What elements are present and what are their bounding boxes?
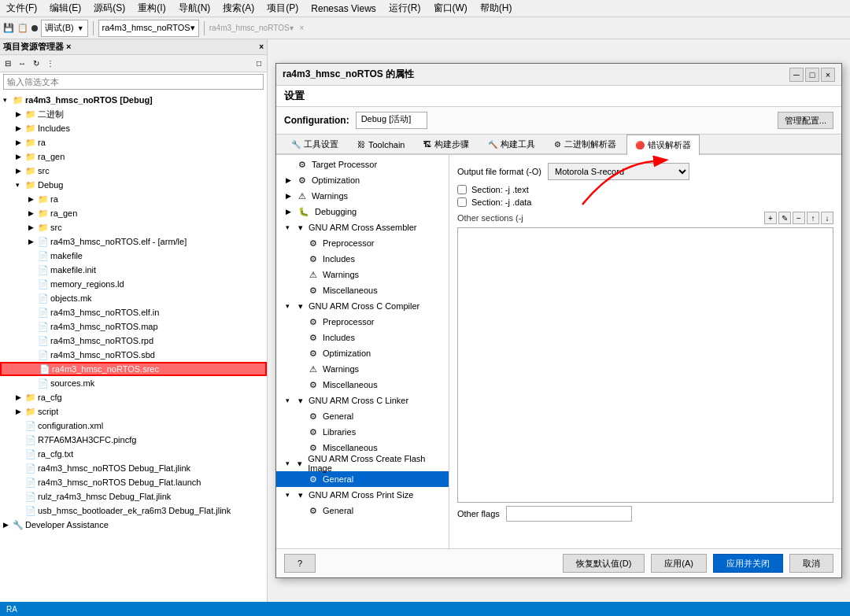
settings-item-6[interactable]: ⚙Includes — [276, 251, 449, 267]
link-editor-btn[interactable]: ↔ — [16, 57, 28, 70]
section-data-checkbox[interactable] — [457, 197, 467, 207]
config-dropdown[interactable]: Debug [活动] — [356, 112, 428, 129]
settings-item-5[interactable]: ⚙Preprocessor — [276, 235, 449, 251]
help-btn[interactable]: ? — [284, 554, 316, 573]
other-sections-delete[interactable]: − — [793, 212, 805, 224]
settings-item-17[interactable]: ⚙Libraries — [276, 424, 449, 440]
settings-item-19[interactable]: ▾▾GNU ARM Cross Create Flash Image — [276, 456, 449, 471]
tree-item-23[interactable]: 📄configuration.xml — [0, 419, 267, 433]
menu-edit[interactable]: 编辑(E) — [46, 2, 84, 15]
settings-item-2[interactable]: ▶⚠Warnings — [276, 188, 449, 204]
menu-nav[interactable]: 导航(N) — [176, 2, 214, 15]
settings-item-21[interactable]: ▾▾GNU ARM Cross Print Size — [276, 487, 449, 503]
tree-item-27[interactable]: 📄ra4m3_hmsc_noRTOS Debug_Flat.launch — [0, 475, 267, 489]
panel-close-btn[interactable]: □ — [253, 57, 265, 70]
dialog-close[interactable]: × — [821, 68, 835, 82]
tree-item-25[interactable]: 📄ra_cfg.txt — [0, 447, 267, 461]
tree-item-8[interactable]: ▶📁ra_gen — [0, 206, 267, 220]
dialog-tab-4[interactable]: ⚙二进制解析器 — [545, 135, 625, 153]
tree-item-11[interactable]: 📄makefile — [0, 249, 267, 263]
tree-item-30[interactable]: ▶🔧Developer Assistance — [0, 518, 267, 532]
tree-item-21[interactable]: ▶📁ra_cfg — [0, 390, 267, 404]
dialog-tab-1[interactable]: ⛓Toolchain — [349, 135, 413, 153]
dialog-minimize[interactable]: ─ — [789, 68, 804, 82]
settings-item-20[interactable]: ⚙General — [276, 471, 449, 487]
tree-item-29[interactable]: 📄usb_hmsc_bootloader_ek_ra6m3 Debug_Flat… — [0, 503, 267, 518]
settings-item-11[interactable]: ⚙Includes — [276, 330, 449, 345]
menu-window[interactable]: 窗口(W) — [431, 2, 471, 15]
settings-item-0[interactable]: ⚙Target Processor — [276, 157, 449, 172]
settings-item-22[interactable]: ⚙General — [276, 503, 449, 518]
dialog-tab-5[interactable]: 🔴错误解析器 — [626, 135, 700, 155]
section-text-checkbox[interactable] — [457, 185, 467, 194]
settings-item-10[interactable]: ⚙Preprocessor — [276, 314, 449, 330]
filter-input[interactable] — [3, 74, 264, 90]
tree-item-13[interactable]: 📄memory_regions.ld — [0, 277, 267, 291]
settings-item-12[interactable]: ⚙Optimization — [276, 345, 449, 361]
tree-item-26[interactable]: 📄ra4m3_hmsc_noRTOS Debug_Flat.jlink — [0, 461, 267, 475]
debug-dropdown[interactable]: 调试(B) ▼ — [41, 20, 88, 37]
settings-item-1[interactable]: ▶⚙Optimization — [276, 172, 449, 188]
tree-item-10[interactable]: ▶📄ra4m3_hmsc_noRTOS.elf - [arm/le] — [0, 234, 267, 249]
other-sections-up[interactable]: ↑ — [807, 212, 819, 224]
tree-item-0[interactable]: ▾📁ra4m3_hmsc_noRTOS [Debug] — [0, 93, 267, 107]
tree-item-22[interactable]: ▶📁script — [0, 404, 267, 419]
tab-project[interactable]: ra4m3_hmsc_noRTOS▾ — [209, 24, 294, 32]
menu-source[interactable]: 源码(S) — [91, 2, 128, 15]
tree-item-2[interactable]: ▶📁Includes — [0, 121, 267, 135]
tree-item-9[interactable]: ▶📁src — [0, 220, 267, 234]
panel-menu-btn[interactable]: ⋮ — [44, 57, 57, 70]
menu-run[interactable]: 运行(R) — [386, 2, 424, 15]
refresh-btn[interactable]: ↻ — [30, 57, 42, 70]
dialog-tab-3[interactable]: 🔨构建工具 — [479, 135, 544, 153]
settings-item-13[interactable]: ⚠Warnings — [276, 361, 449, 377]
project-dropdown[interactable]: ra4m3_hmsc_noRTOS▾ — [98, 20, 199, 37]
tree-item-17[interactable]: 📄ra4m3_hmsc_noRTOS.rpd — [0, 334, 267, 348]
apply-btn[interactable]: 应用(A) — [651, 554, 707, 573]
tree-item-20[interactable]: 📄sources.mk — [0, 376, 267, 390]
tree-item-16[interactable]: 📄ra4m3_hmsc_noRTOS.map — [0, 319, 267, 334]
settings-item-8[interactable]: ⚙Miscellaneous — [276, 282, 449, 298]
tree-item-3[interactable]: ▶📁ra — [0, 135, 267, 149]
tree-item-24[interactable]: 📄R7FA6M3AH3CFC.pincfg — [0, 433, 267, 447]
settings-item-9[interactable]: ▾▾GNU ARM Cross C Compiler — [276, 298, 449, 314]
tree-item-18[interactable]: 📄ra4m3_hmsc_noRTOS.sbd — [0, 348, 267, 362]
apply-close-btn[interactable]: 应用并关闭 — [713, 554, 783, 573]
panel-collapse[interactable]: × — [259, 42, 264, 51]
tree-item-7[interactable]: ▶📁ra — [0, 192, 267, 206]
tree-item-14[interactable]: 📄objects.mk — [0, 291, 267, 305]
output-format-select[interactable]: Motorola S-record — [548, 163, 689, 180]
menu-file[interactable]: 文件(F) — [3, 2, 40, 15]
menu-renesas[interactable]: Renesas Views — [308, 3, 379, 14]
settings-item-14[interactable]: ⚙Miscellaneous — [276, 377, 449, 393]
settings-item-4[interactable]: ▾▾GNU ARM Cross Assembler — [276, 219, 449, 235]
menu-refactor[interactable]: 重构(I) — [135, 2, 168, 15]
other-sections-add[interactable]: + — [764, 212, 777, 224]
manage-config-btn[interactable]: 管理配置... — [778, 112, 833, 129]
tree-item-5[interactable]: ▶📁src — [0, 164, 267, 178]
restore-defaults-btn[interactable]: 恢复默认值(D) — [563, 554, 645, 573]
dialog-tab-0[interactable]: 🔧工具设置 — [283, 135, 347, 153]
cancel-btn[interactable]: 取消 — [789, 554, 833, 573]
settings-item-18[interactable]: ⚙Miscellaneous — [276, 440, 449, 456]
tree-item-1[interactable]: ▶📁二进制 — [0, 107, 267, 121]
dialog-tab-2[interactable]: 🏗构建步骤 — [415, 135, 478, 153]
tree-item-12[interactable]: 📄makefile.init — [0, 263, 267, 277]
tree-item-4[interactable]: ▶📁ra_gen — [0, 149, 267, 164]
settings-item-7[interactable]: ⚠Warnings — [276, 267, 449, 282]
tree-item-19[interactable]: 📄ra4m3_hmsc_noRTOS.srec — [0, 362, 267, 376]
settings-item-16[interactable]: ⚙General — [276, 408, 449, 424]
menu-search[interactable]: 搜索(A) — [220, 2, 257, 15]
menu-project[interactable]: 项目(P) — [264, 2, 301, 15]
other-flags-input[interactable] — [506, 506, 632, 522]
tree-item-15[interactable]: 📄ra4m3_hmsc_noRTOS.elf.in — [0, 305, 267, 319]
tree-item-28[interactable]: 📄rulz_ra4m3_hmsc Debug_Flat.jlink — [0, 489, 267, 503]
tab-close[interactable]: × — [300, 24, 305, 32]
collapse-all-btn[interactable]: ⊟ — [2, 57, 14, 70]
dialog-maximize[interactable]: □ — [805, 68, 819, 82]
tree-item-6[interactable]: ▾📁Debug — [0, 178, 267, 192]
settings-item-15[interactable]: ▾▾GNU ARM Cross C Linker — [276, 393, 449, 408]
settings-item-3[interactable]: ▶🐛Debugging — [276, 204, 449, 219]
other-sections-down[interactable]: ↓ — [821, 212, 833, 224]
other-sections-edit[interactable]: ✎ — [778, 212, 791, 224]
